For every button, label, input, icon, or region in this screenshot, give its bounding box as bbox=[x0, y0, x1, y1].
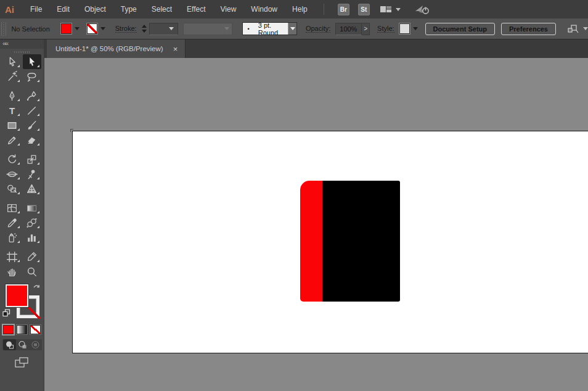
stock-icon[interactable]: St bbox=[358, 4, 370, 15]
collapse-panel-button[interactable]: «« bbox=[0, 39, 44, 49]
document-tab[interactable]: Untitled-1* @ 50% (RGB/Preview) × bbox=[47, 39, 186, 58]
menu-help[interactable]: Help bbox=[285, 0, 315, 19]
paintbrush-tool[interactable] bbox=[23, 118, 41, 133]
document-tab-bar: Untitled-1* @ 50% (RGB/Preview) × bbox=[44, 39, 588, 58]
black-rectangle-shape[interactable] bbox=[322, 181, 400, 302]
stepper-up-icon[interactable] bbox=[142, 25, 147, 28]
selection-tool[interactable] bbox=[3, 54, 22, 69]
curvature-tool[interactable] bbox=[23, 88, 41, 103]
style-label[interactable]: Style: bbox=[377, 25, 394, 33]
type-tool[interactable]: T bbox=[3, 103, 22, 118]
fill-color-dropdown[interactable] bbox=[61, 23, 80, 34]
direct-selection-tool[interactable] bbox=[23, 54, 41, 69]
panel-grip-handle[interactable] bbox=[14, 51, 30, 53]
artboard-tool[interactable] bbox=[3, 249, 22, 264]
draw-inside-icon bbox=[31, 340, 40, 349]
pen-tool[interactable] bbox=[3, 88, 22, 103]
column-graph-tool[interactable] bbox=[23, 230, 41, 245]
gradient-tool[interactable] bbox=[23, 200, 41, 215]
stroke-weight-dropdown[interactable] bbox=[149, 23, 178, 35]
menu-select[interactable]: Select bbox=[144, 0, 179, 19]
workspace-switcher[interactable] bbox=[380, 4, 401, 14]
tools-panel: «« bbox=[0, 39, 44, 391]
rectangle-tool[interactable] bbox=[3, 118, 22, 133]
column-graph-icon bbox=[26, 232, 38, 244]
fill-color-swatch[interactable] bbox=[61, 23, 71, 34]
color-button[interactable] bbox=[3, 325, 14, 334]
stroke-weight-stepper[interactable] bbox=[142, 25, 147, 33]
line-segment-tool[interactable] bbox=[23, 103, 41, 118]
swap-fill-stroke-icon[interactable] bbox=[32, 284, 41, 292]
opacity-label[interactable]: Opacity: bbox=[306, 25, 330, 33]
brush-preview[interactable]: • 3 pt. Round bbox=[243, 22, 288, 36]
hand-icon bbox=[6, 266, 18, 278]
menu-type[interactable]: Type bbox=[113, 0, 144, 19]
menu-bar: Ai File Edit Object Type Select Effect V… bbox=[0, 0, 588, 19]
pencil-tool[interactable] bbox=[3, 133, 22, 147]
gradient-button[interactable] bbox=[17, 325, 27, 334]
symbol-sprayer-tool[interactable] bbox=[3, 230, 22, 245]
fill-color-proxy[interactable] bbox=[6, 284, 28, 307]
sync-settings-button[interactable] bbox=[414, 3, 430, 15]
select-similar-options[interactable] bbox=[566, 23, 588, 35]
width-tool[interactable] bbox=[3, 167, 22, 181]
mesh-tool[interactable] bbox=[3, 200, 22, 215]
red-spine-shape[interactable] bbox=[300, 181, 323, 302]
rotate-tool[interactable] bbox=[3, 152, 22, 167]
default-fill-stroke-icon[interactable] bbox=[2, 309, 10, 317]
chevron-down-icon bbox=[224, 27, 229, 30]
width-profile-dropdown bbox=[183, 23, 232, 35]
none-button[interactable] bbox=[30, 325, 41, 334]
style-swatch[interactable] bbox=[399, 23, 410, 34]
rotate-icon bbox=[6, 154, 18, 165]
zoom-tool[interactable] bbox=[23, 264, 41, 279]
menu-effect[interactable]: Effect bbox=[179, 0, 213, 19]
stroke-color-dropdown[interactable] bbox=[87, 23, 105, 34]
preferences-button[interactable]: Preferences bbox=[501, 23, 556, 35]
draw-behind-icon bbox=[18, 340, 27, 349]
menu-window[interactable]: Window bbox=[243, 0, 285, 19]
app-logo: Ai bbox=[5, 4, 14, 15]
eyedropper-tool[interactable] bbox=[3, 215, 22, 230]
eraser-tool[interactable] bbox=[23, 133, 41, 147]
canvas-area[interactable] bbox=[44, 58, 588, 391]
menu-object[interactable]: Object bbox=[77, 0, 113, 19]
direct-selection-arrow-icon bbox=[26, 56, 38, 68]
menu-view[interactable]: View bbox=[213, 0, 244, 19]
lasso-tool[interactable] bbox=[23, 69, 41, 84]
magic-wand-tool[interactable] bbox=[3, 69, 22, 84]
puppet-warp-tool[interactable] bbox=[23, 167, 41, 181]
blend-tool[interactable] bbox=[23, 215, 41, 230]
magic-wand-icon bbox=[6, 71, 18, 83]
perspective-grid-tool[interactable] bbox=[23, 181, 41, 196]
opacity-options-button[interactable]: > bbox=[362, 23, 370, 35]
menu-edit[interactable]: Edit bbox=[49, 0, 77, 19]
panel-grip-handle[interactable] bbox=[1, 22, 6, 36]
document-setup-button[interactable]: Document Setup bbox=[425, 23, 495, 35]
brush-definition-dropdown[interactable]: • 3 pt. Round bbox=[242, 22, 297, 35]
draw-normal-button[interactable] bbox=[3, 339, 16, 350]
width-icon bbox=[6, 168, 18, 180]
stepper-down-icon[interactable] bbox=[142, 30, 147, 33]
menu-separator bbox=[324, 4, 324, 15]
stroke-weight-label[interactable]: Stroke: bbox=[115, 25, 137, 33]
stroke-none-swatch[interactable] bbox=[87, 23, 97, 34]
bridge-icon[interactable]: Br bbox=[338, 4, 349, 15]
opacity-input[interactable]: 100% bbox=[335, 23, 362, 35]
paintbrush-icon bbox=[26, 120, 38, 131]
slice-tool[interactable] bbox=[23, 249, 41, 264]
brush-dropdown-toggle[interactable] bbox=[288, 23, 296, 35]
draw-behind-button[interactable] bbox=[16, 339, 29, 350]
brush-dot-icon: • bbox=[248, 26, 250, 32]
pencil-icon bbox=[6, 134, 18, 146]
menu-file[interactable]: File bbox=[23, 0, 49, 19]
hand-tool[interactable] bbox=[3, 264, 22, 279]
style-dropdown[interactable] bbox=[399, 23, 418, 34]
select-similar-icon bbox=[566, 23, 579, 35]
pen-icon bbox=[6, 90, 18, 102]
screen-mode-icon bbox=[14, 356, 30, 369]
scale-tool[interactable] bbox=[23, 152, 41, 167]
shape-builder-tool[interactable] bbox=[3, 181, 22, 196]
close-icon[interactable]: × bbox=[173, 44, 178, 54]
change-screen-mode-button[interactable] bbox=[0, 356, 44, 369]
